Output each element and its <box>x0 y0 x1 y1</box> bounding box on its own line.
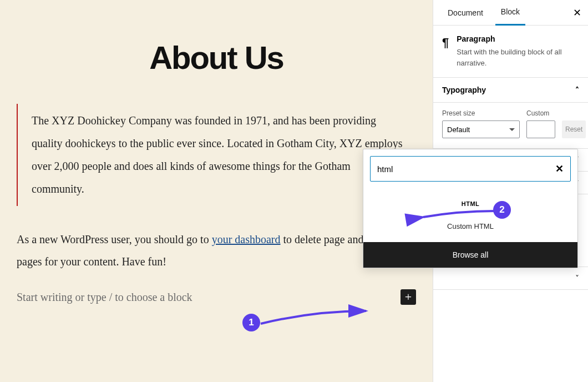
typography-panel-header[interactable]: Typography ˄ <box>433 78 588 103</box>
block-type-description: Start with the building block of all nar… <box>457 47 579 68</box>
preset-size-select[interactable]: Default <box>442 120 520 138</box>
close-icon: ✕ <box>573 7 581 18</box>
sidebar-tabs: Document Block ✕ <box>433 0 588 26</box>
chevron-up-icon: ˄ <box>575 86 579 94</box>
paragraph-block[interactable]: As a new WordPress user, you should go t… <box>17 228 416 273</box>
custom-size-label: Custom <box>526 109 555 117</box>
inserter-search-input[interactable] <box>377 164 564 174</box>
custom-size-input[interactable] <box>526 120 555 138</box>
annotation-arrow-1 <box>258 308 374 330</box>
annotation-badge-2: 2 <box>493 201 511 219</box>
quote-text: The XYZ Doohickey Company was founded in… <box>32 114 403 195</box>
annotation-badge-1: 1 <box>242 314 260 331</box>
collapsed-panel-3[interactable]: ˅ <box>433 267 588 290</box>
add-block-button[interactable]: + <box>401 289 416 305</box>
preset-size-value: Default <box>447 125 470 134</box>
para-text-before: As a new WordPress user, you should go t… <box>17 233 212 245</box>
quote-block[interactable]: The XYZ Doohickey Company was founded in… <box>17 104 416 206</box>
close-icon: ✕ <box>555 163 564 174</box>
empty-block-row: Start writing or type / to choose a bloc… <box>17 289 416 305</box>
inserter-search-wrapper: ✕ <box>370 156 571 182</box>
block-placeholder[interactable]: Start writing or type / to choose a bloc… <box>17 291 192 304</box>
block-type-title: Paragraph <box>457 34 579 43</box>
page-title[interactable]: About Us <box>0 39 433 76</box>
tab-document[interactable]: Document <box>442 0 489 26</box>
typography-panel-body: Preset size Default Custom Reset <box>433 103 588 149</box>
chevron-down-icon: ˅ <box>575 274 579 283</box>
html-block-icon: HTML <box>439 200 503 207</box>
clear-search-button[interactable]: ✕ <box>555 163 564 175</box>
dashboard-link[interactable]: your dashboard <box>212 233 281 245</box>
block-description-panel: ¶ Paragraph Start with the building bloc… <box>433 26 588 78</box>
reset-button[interactable]: Reset <box>562 120 586 138</box>
typography-label: Typography <box>442 86 486 94</box>
paragraph-icon: ¶ <box>442 34 449 68</box>
close-sidebar-button[interactable]: ✕ <box>573 7 581 19</box>
plus-icon: + <box>405 291 412 303</box>
annotation-arrow-2 <box>420 207 500 224</box>
browse-all-button[interactable]: Browse all <box>363 242 577 268</box>
tab-block[interactable]: Block <box>495 0 525 26</box>
preset-size-label: Preset size <box>442 109 520 117</box>
